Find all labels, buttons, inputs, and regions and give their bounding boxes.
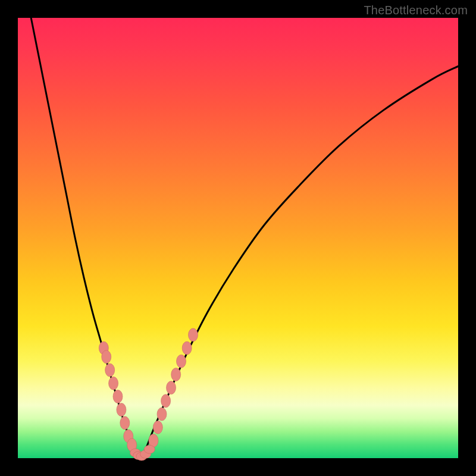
- data-marker: [144, 445, 155, 453]
- data-marker: [171, 368, 181, 381]
- data-marker: [182, 342, 192, 355]
- curve-left-branch: [31, 18, 140, 458]
- chart-frame: TheBottleneck.com: [0, 0, 476, 476]
- data-marker: [177, 355, 186, 368]
- data-marker: [102, 350, 111, 364]
- data-marker: [105, 364, 115, 377]
- curve-right-branch: [140, 66, 458, 458]
- data-marker: [167, 381, 176, 394]
- data-marker: [157, 408, 167, 421]
- curve-layer: [31, 18, 458, 458]
- data-marker: [120, 416, 130, 430]
- data-marker: [117, 403, 126, 416]
- watermark-text: TheBottleneck.com: [364, 4, 468, 17]
- data-marker: [109, 377, 118, 390]
- data-marker: [113, 390, 123, 403]
- data-marker: [153, 421, 162, 434]
- data-marker: [161, 394, 171, 408]
- chart-svg: [18, 18, 458, 458]
- data-marker: [189, 328, 198, 342]
